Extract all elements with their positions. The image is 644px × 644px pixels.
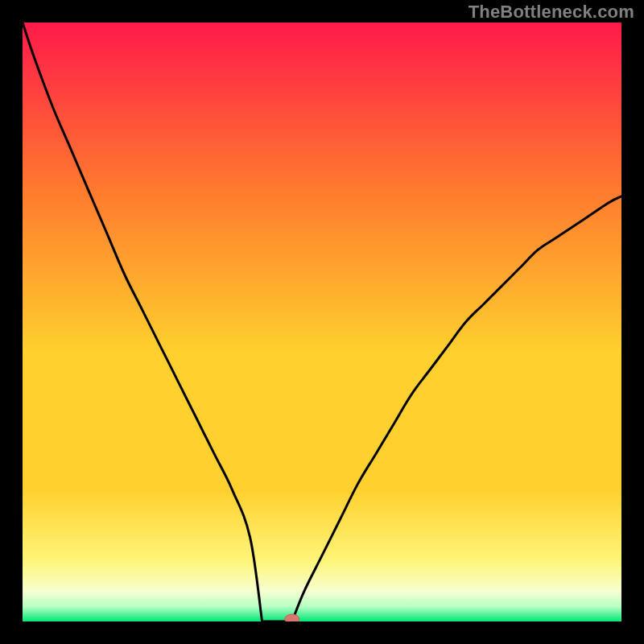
bottleneck-chart [23, 23, 621, 621]
plot-area [23, 23, 621, 621]
watermark-text: TheBottleneck.com [469, 2, 634, 23]
chart-container: TheBottleneck.com [0, 0, 644, 644]
optimal-point-marker [285, 614, 299, 621]
gradient-background [23, 23, 621, 621]
